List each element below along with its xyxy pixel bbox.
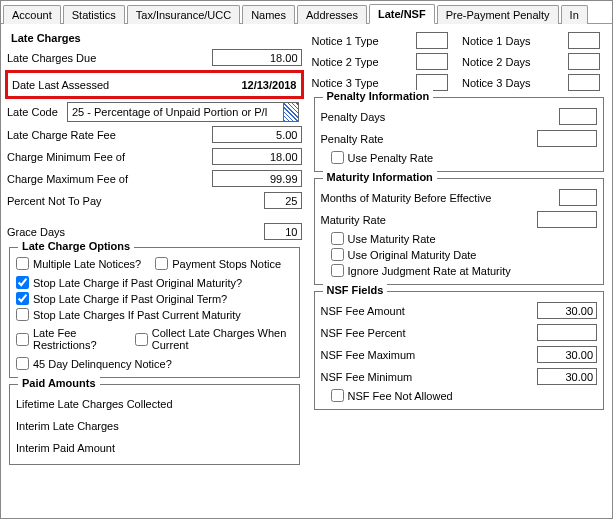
tab-late-nsf[interactable]: Late/NSF	[369, 4, 435, 24]
penalty-information-legend: Penalty Information	[323, 90, 434, 102]
penalty-days-label: Penalty Days	[321, 111, 560, 123]
use-penalty-rate-checkbox[interactable]: Use Penalty Rate	[331, 151, 598, 164]
notice-1-days-label: Notice 1 Days	[462, 35, 560, 47]
maturity-information-group: Maturity Information Months of Maturity …	[314, 178, 605, 285]
late-charges-title: Late Charges	[11, 32, 302, 44]
grace-days-input[interactable]	[264, 223, 302, 240]
penalty-rate-input[interactable]	[537, 130, 597, 147]
date-last-assessed-value: 12/13/2018	[241, 79, 296, 91]
use-maturity-rate-checkbox[interactable]: Use Maturity Rate	[331, 232, 598, 245]
penalty-days-input[interactable]	[559, 108, 597, 125]
nsf-fields-group: NSF Fields NSF Fee Amount NSF Fee Percen…	[314, 291, 605, 410]
late-nsf-panel: Account Statistics Tax/Insurance/UCC Nam…	[0, 0, 613, 519]
right-column: Notice 1 Type Notice 1 Days Notice 2 Typ…	[312, 28, 607, 471]
notice-3-type-label: Notice 3 Type	[312, 77, 409, 89]
notice-grid: Notice 1 Type Notice 1 Days Notice 2 Typ…	[312, 32, 607, 91]
tab-account[interactable]: Account	[3, 5, 61, 24]
paid-amounts-legend: Paid Amounts	[18, 377, 100, 389]
left-column: Late Charges Late Charges Due Date Last …	[7, 28, 302, 471]
late-charges-due-input[interactable]	[212, 49, 302, 66]
notice-1-days-input[interactable]	[568, 32, 600, 49]
late-charge-options-group: Late Charge Options Multiple Late Notice…	[9, 247, 300, 378]
notice-3-days-label: Notice 3 Days	[462, 77, 560, 89]
percent-not-to-pay-input[interactable]	[264, 192, 302, 209]
stop-past-current-maturity-checkbox[interactable]: Stop Late Charges If Past Current Maturi…	[16, 308, 293, 321]
maturity-rate-input[interactable]	[537, 211, 597, 228]
late-fee-restrictions-checkbox[interactable]: Late Fee Restrictions?	[16, 327, 121, 351]
late-charges-due-label: Late Charges Due	[7, 52, 212, 64]
months-before-effective-label: Months of Maturity Before Effective	[321, 192, 560, 204]
nsf-fee-min-input[interactable]	[537, 368, 597, 385]
late-code-value: 25 - Percentage of Unpaid Portion or P/I	[68, 106, 283, 118]
tab-statistics[interactable]: Statistics	[63, 5, 125, 24]
nsf-fee-min-label: NSF Fee Minimum	[321, 371, 538, 383]
percent-not-to-pay-label: Percent Not To Pay	[7, 195, 264, 207]
dropdown-icon	[283, 103, 298, 121]
late-code-dropdown[interactable]: 25 - Percentage of Unpaid Portion or P/I	[67, 102, 299, 122]
notice-2-days-label: Notice 2 Days	[462, 56, 560, 68]
maturity-rate-label: Maturity Rate	[321, 214, 538, 226]
notice-3-days-input[interactable]	[568, 74, 600, 91]
charge-min-fee-label: Charge Minimum Fee of	[7, 151, 212, 163]
nsf-fee-not-allowed-checkbox[interactable]: NSF Fee Not Allowed	[331, 389, 598, 402]
nsf-fee-max-input[interactable]	[537, 346, 597, 363]
nsf-fee-amount-input[interactable]	[537, 302, 597, 319]
ignore-judgment-rate-checkbox[interactable]: Ignore Judgment Rate at Maturity	[331, 264, 598, 277]
charge-max-fee-input[interactable]	[212, 170, 302, 187]
interim-paid-amount-label: Interim Paid Amount	[16, 442, 293, 454]
late-charge-rate-fee-label: Late Charge Rate Fee	[7, 129, 212, 141]
paid-amounts-group: Paid Amounts Lifetime Late Charges Colle…	[9, 384, 300, 465]
stop-past-original-term-checkbox[interactable]: Stop Late Charge if Past Original Term?	[16, 292, 293, 305]
tab-addresses[interactable]: Addresses	[297, 5, 367, 24]
lifetime-late-charges-collected-label: Lifetime Late Charges Collected	[16, 398, 293, 410]
date-last-assessed-label: Date Last Assessed	[12, 79, 241, 91]
notice-2-type-label: Notice 2 Type	[312, 56, 409, 68]
forty-five-day-notice-checkbox[interactable]: 45 Day Delinquency Notice?	[16, 357, 293, 370]
date-last-assessed-highlight: Date Last Assessed 12/13/2018	[5, 70, 304, 99]
tab-strip: Account Statistics Tax/Insurance/UCC Nam…	[1, 1, 612, 24]
nsf-fee-percent-input[interactable]	[537, 324, 597, 341]
tab-names[interactable]: Names	[242, 5, 295, 24]
notice-2-days-input[interactable]	[568, 53, 600, 70]
tab-in[interactable]: In	[561, 5, 588, 24]
penalty-rate-label: Penalty Rate	[321, 133, 538, 145]
late-charge-rate-fee-input[interactable]	[212, 126, 302, 143]
charge-max-fee-label: Charge Maximum Fee of	[7, 173, 212, 185]
multiple-late-notices-checkbox[interactable]: Multiple Late Notices?	[16, 257, 141, 270]
charge-min-fee-input[interactable]	[212, 148, 302, 165]
months-before-effective-input[interactable]	[559, 189, 597, 206]
grace-days-label: Grace Days	[7, 226, 264, 238]
nsf-fee-max-label: NSF Fee Maximum	[321, 349, 538, 361]
maturity-information-legend: Maturity Information	[323, 171, 437, 183]
use-original-maturity-date-checkbox[interactable]: Use Original Maturity Date	[331, 248, 598, 261]
payment-stops-notice-checkbox[interactable]: Payment Stops Notice	[155, 257, 281, 270]
penalty-information-group: Penalty Information Penalty Days Penalty…	[314, 97, 605, 172]
late-code-label: Late Code	[7, 106, 67, 118]
notice-1-type-label: Notice 1 Type	[312, 35, 409, 47]
tab-pre-payment-penalty[interactable]: Pre-Payment Penalty	[437, 5, 559, 24]
notice-1-type-input[interactable]	[416, 32, 448, 49]
tab-tax-insurance-ucc[interactable]: Tax/Insurance/UCC	[127, 5, 240, 24]
interim-late-charges-label: Interim Late Charges	[16, 420, 293, 432]
nsf-fields-legend: NSF Fields	[323, 284, 388, 296]
stop-past-original-maturity-checkbox[interactable]: Stop Late Charge if Past Original Maturi…	[16, 276, 293, 289]
nsf-fee-percent-label: NSF Fee Percent	[321, 327, 538, 339]
notice-2-type-input[interactable]	[416, 53, 448, 70]
notice-3-type-input[interactable]	[416, 74, 448, 91]
nsf-fee-amount-label: NSF Fee Amount	[321, 305, 538, 317]
collect-when-current-checkbox[interactable]: Collect Late Charges When Current	[135, 327, 293, 351]
late-charge-options-legend: Late Charge Options	[18, 240, 134, 252]
